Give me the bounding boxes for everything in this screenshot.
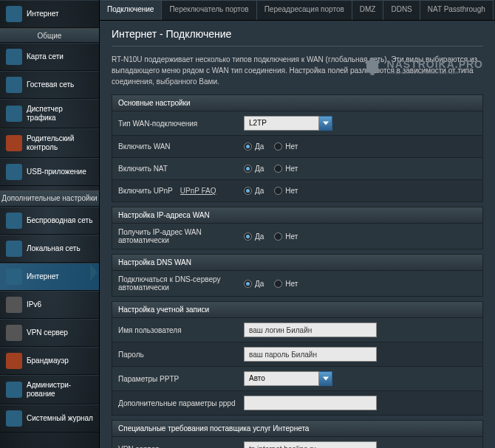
username-label: Имя пользователя xyxy=(118,326,244,334)
dropdown-icon xyxy=(319,116,332,131)
radio-icon xyxy=(244,187,252,195)
radio-icon xyxy=(274,165,282,173)
sidebar-item-guest[interactable]: Гостевая сеть xyxy=(0,71,99,99)
globe-icon xyxy=(6,269,22,285)
sidebar-item-parental[interactable]: Родительский контроль xyxy=(0,128,99,158)
usb-icon xyxy=(6,164,22,180)
sidebar-item-syslog[interactable]: Системный журнал xyxy=(0,404,99,433)
watermark-title: NASTROIKA.PRO xyxy=(387,58,483,70)
sidebar-item-label: Системный журнал xyxy=(27,414,93,423)
sidebar-item-wireless[interactable]: Беспроводная сеть xyxy=(0,207,99,235)
admin-icon xyxy=(6,382,22,398)
dns-auto-label: Подключаться к DNS-серверу автоматически xyxy=(118,275,244,292)
row-dns-auto: Подключаться к DNS-серверу автоматически… xyxy=(112,271,483,297)
firewall-icon xyxy=(6,353,22,369)
enable-upnp-no[interactable]: Нет xyxy=(274,187,298,195)
dns-auto-no[interactable]: Нет xyxy=(274,280,298,288)
tab-bar: Подключение Переключатель портов Переадр… xyxy=(100,0,495,21)
tab-dmz[interactable]: DMZ xyxy=(352,0,384,20)
upnp-faq-link[interactable]: UPnP FAQ xyxy=(180,187,216,195)
username-input[interactable] xyxy=(244,323,377,337)
enable-wan-yes[interactable]: Да xyxy=(244,142,264,151)
row-vpn-server: VPN сервер xyxy=(112,437,483,448)
globe-icon xyxy=(6,6,22,22)
pptp-label: Параметры PPTP xyxy=(118,375,244,383)
section-basic: Основные настройки xyxy=(112,94,483,111)
row-wan-type: Тип WAN-подключения L2TP xyxy=(112,111,483,136)
radio-icon xyxy=(244,165,252,173)
sidebar-item-internet[interactable]: Интернет xyxy=(0,263,99,291)
sidebar-item-label: IPv6 xyxy=(27,300,41,309)
content-area: NASTROIKA.PRO инструкции по настройке ро… xyxy=(100,21,495,448)
wan-ip-auto-no[interactable]: Нет xyxy=(274,232,298,241)
sidebar-item-label: Администри-рование xyxy=(27,381,93,399)
radio-icon xyxy=(244,232,252,241)
sidebar-item-lan[interactable]: Локальная сеть xyxy=(0,235,99,263)
sidebar-item-usb[interactable]: USB-приложение xyxy=(0,158,99,186)
pppd-extra-label: Дополнительные параметры pppd xyxy=(118,399,244,407)
log-icon xyxy=(6,410,22,427)
sidebar-item-label: Родительский контроль xyxy=(27,134,93,152)
sidebar-item-label: Интернет xyxy=(27,10,59,18)
sidebar-item-admin[interactable]: Администри-рование xyxy=(0,375,99,404)
tab-nat[interactable]: NAT Passthrough xyxy=(420,0,494,20)
wan-ip-auto-yes[interactable]: Да xyxy=(244,232,264,241)
tab-connection[interactable]: Подключение xyxy=(100,0,162,20)
sidebar-item-label: USB-приложение xyxy=(27,168,86,176)
sidebar-item-map[interactable]: Карта сети xyxy=(0,43,99,71)
sidebar-item-label: Беспроводная сеть xyxy=(27,216,92,225)
section-special: Специальные требования поставщика услуг … xyxy=(112,420,483,437)
pppd-extra-input[interactable] xyxy=(244,396,377,410)
enable-upnp-label: Включить UPnPUPnP FAQ xyxy=(118,187,244,195)
sidebar-group-general: Общие xyxy=(0,28,99,43)
vpn-server-input[interactable] xyxy=(244,441,377,448)
dns-auto-yes[interactable]: Да xyxy=(244,280,264,288)
dropdown-icon xyxy=(319,371,332,386)
section-wan-ip: Настройка IP-адреса WAN xyxy=(112,207,483,224)
tab-port-forward[interactable]: Переадресация портов xyxy=(257,0,352,20)
pptp-value: Авто xyxy=(244,371,319,386)
parental-icon xyxy=(6,135,22,151)
wifi-icon xyxy=(6,213,22,229)
sidebar-group-advanced: Дополнительные настройки xyxy=(0,190,99,207)
active-arrow-icon xyxy=(90,263,98,281)
row-wan-ip-auto: Получить IP-адрес WAN автоматически Да Н… xyxy=(112,224,483,249)
wan-type-value: L2TP xyxy=(244,116,319,131)
row-username: Имя пользователя xyxy=(112,318,483,342)
sidebar-item-label: Интернет xyxy=(27,272,59,281)
pptp-select[interactable]: Авто xyxy=(244,371,332,386)
password-input[interactable] xyxy=(244,347,377,362)
row-pptp: Параметры PPTP Авто xyxy=(112,367,483,391)
sidebar-item-label: Локальная сеть xyxy=(27,244,81,253)
sidebar-top-item[interactable]: Интернет xyxy=(0,0,99,28)
wan-type-select[interactable]: L2TP xyxy=(244,116,332,131)
sidebar-item-ipv6[interactable]: IPv6 xyxy=(0,291,99,319)
tab-ddns[interactable]: DDNS xyxy=(383,0,420,20)
sidebar-item-vpn[interactable]: VPN сервер xyxy=(0,319,99,347)
row-enable-upnp: Включить UPnPUPnP FAQ Да Нет xyxy=(112,180,483,202)
sidebar-item-label: Гостевая сеть xyxy=(27,80,74,89)
page-title: Интернет - Подключение xyxy=(112,28,483,46)
vpn-icon xyxy=(6,325,22,341)
watermark-subtitle: инструкции по настройке роутеров xyxy=(387,70,483,75)
radio-icon xyxy=(274,280,282,288)
sidebar-item-firewall[interactable]: Брандмауэр xyxy=(0,347,99,375)
enable-nat-label: Включить NAT xyxy=(118,165,244,173)
main-panel: Подключение Переключатель портов Переадр… xyxy=(100,0,495,448)
enable-nat-no[interactable]: Нет xyxy=(274,165,298,173)
sidebar-item-traffic[interactable]: Диспетчер трафика xyxy=(0,99,99,128)
enable-upnp-yes[interactable]: Да xyxy=(244,187,264,195)
radio-icon xyxy=(274,142,282,151)
ipv6-icon xyxy=(6,297,22,313)
row-enable-wan: Включить WAN Да Нет xyxy=(112,136,483,158)
watermark: NASTROIKA.PRO инструкции по настройке ро… xyxy=(362,56,483,77)
sidebar: Интернет Общие Карта сети Гостевая сеть … xyxy=(0,0,100,448)
enable-nat-yes[interactable]: Да xyxy=(244,165,264,173)
tab-port-switch[interactable]: Переключатель портов xyxy=(162,0,256,20)
traffic-icon xyxy=(6,106,22,122)
enable-wan-no[interactable]: Нет xyxy=(274,142,298,151)
wan-ip-auto-label: Получить IP-адрес WAN автоматически xyxy=(118,228,244,244)
radio-icon xyxy=(274,187,282,195)
sidebar-item-label: Брандмауэр xyxy=(27,356,69,365)
sidebar-item-label: Диспетчер трафика xyxy=(27,105,93,123)
